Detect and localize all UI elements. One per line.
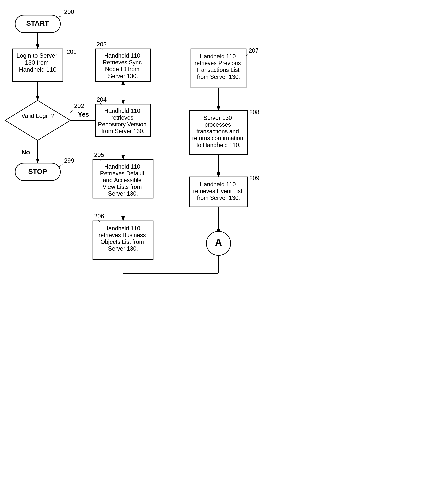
label-299: 299 [64, 157, 74, 164]
svg-text:Handheld 110
        Retrieves: Handheld 110 Retrieves Sync Node ID from… [103, 52, 143, 79]
label-204: 204 [97, 96, 107, 103]
svg-text:Valid Login?: Valid Login? [21, 112, 54, 119]
sync-node-id-node: Handheld 110 Retrieves Sync Node ID from… [95, 49, 151, 82]
label-202: 202 [74, 102, 84, 109]
label-203: 203 [97, 41, 107, 48]
svg-text:A: A [215, 237, 222, 248]
valid-login-node: Valid Login? [5, 100, 70, 140]
label-207: 207 [249, 47, 259, 54]
connector-a-node: A [206, 231, 231, 255]
svg-line-15 [58, 164, 62, 168]
server-processes-node: Server 130 processes transactions and re… [190, 110, 247, 154]
event-list-node: Handheld 110 retrieves Event List from S… [190, 177, 247, 207]
repo-version-node: Handheld 110 retrieves Repository Versio… [95, 104, 151, 137]
label-209: 209 [249, 175, 259, 181]
svg-text:Handheld 110
        retrieves: Handheld 110 retrieves Event List from S… [193, 181, 244, 201]
svg-text:Handheld 110
        retrieves: Handheld 110 retrieves Previous Transact… [195, 53, 242, 80]
label-201: 201 [67, 48, 77, 55]
svg-marker-9 [5, 100, 70, 140]
label-206: 206 [94, 213, 104, 220]
stop-node: STOP [15, 163, 60, 181]
view-lists-node: Handheld 110 Retrieves Default and Acces… [93, 159, 153, 198]
login-node: Login to Server 130 from Handheld 110 [13, 49, 63, 82]
start-node: START [15, 15, 60, 33]
label-200: 200 [64, 8, 74, 15]
no-label: No [21, 148, 30, 156]
label-205: 205 [94, 151, 104, 158]
business-objects-node: Handheld 110 retrieves Business Objects … [93, 221, 153, 260]
svg-line-11 [70, 110, 73, 114]
label-208: 208 [249, 109, 259, 115]
flowchart-diagram: START 200 Login to Server 130 from Handh… [0, 0, 438, 504]
svg-text:START: START [26, 19, 49, 27]
prev-transactions-node: Handheld 110 retrieves Previous Transact… [191, 49, 246, 88]
yes-label: Yes [78, 111, 89, 118]
svg-text:Handheld 110
        retrieves: Handheld 110 retrieves Repository Versio… [98, 108, 148, 134]
svg-text:STOP: STOP [28, 168, 47, 175]
